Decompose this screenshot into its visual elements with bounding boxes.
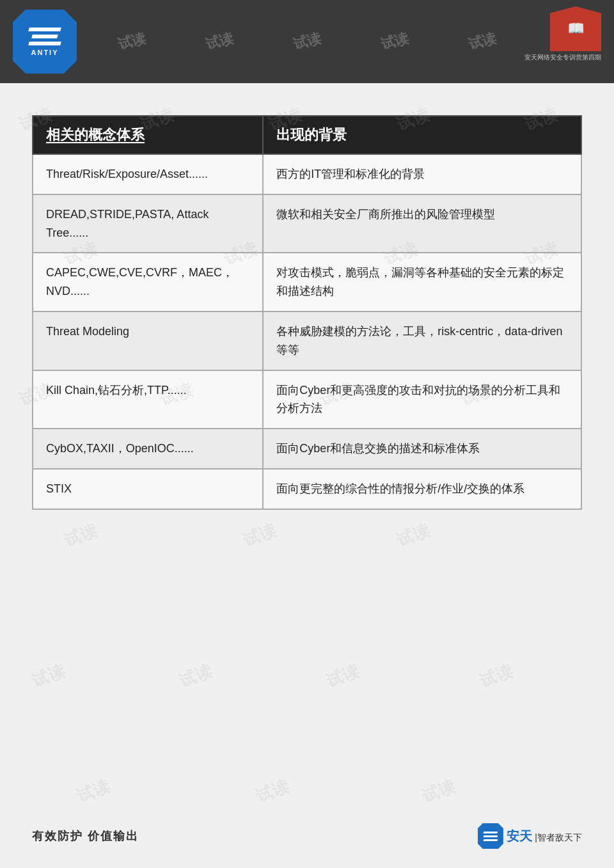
- footer-brand-sub: |智者敌天下: [535, 832, 582, 842]
- table-cell-right-4: 面向Cyber和更高强度的攻击和对抗的场景的分析工具和分析方法: [263, 370, 581, 429]
- table-cell-left-5: CybOX,TAXII，OpenIOC......: [33, 429, 263, 469]
- table-cell-left-0: Threat/Risk/Exposure/Asset......: [33, 154, 263, 194]
- page-wm-18: 试读: [177, 660, 216, 693]
- header-watermarks: 试读 试读 试读 试读 试读 试读 试读: [0, 0, 614, 83]
- watermark-2: 试读: [116, 29, 148, 54]
- page-wm-22: 试读: [253, 775, 292, 808]
- footer-brand-name: 安天: [507, 829, 532, 843]
- table-cell-left-2: CAPEC,CWE,CVE,CVRF，MAEC，NVD......: [33, 253, 263, 312]
- table-cell-right-6: 面向更完整的综合性的情报分析/作业/交换的体系: [263, 469, 581, 509]
- footer: 有效防护 价值输出 安天 |智者敌天下: [0, 823, 614, 849]
- table-row: CAPEC,CWE,CVE,CVRF，MAEC，NVD......对攻击模式，脆…: [33, 253, 581, 312]
- header-right: 安天网络安全专训营第四期: [524, 6, 601, 62]
- table-row: DREAD,STRIDE,PASTA, Attack Tree......微软和…: [33, 194, 581, 253]
- concept-table: 相关的概念体系 出现的背景 Threat/Risk/Exposure/Asset…: [32, 115, 582, 510]
- table-cell-right-5: 面向Cyber和信息交换的描述和标准体系: [263, 429, 581, 469]
- logo-line-1: [28, 28, 61, 31]
- page-wm-17: 试读: [29, 660, 68, 693]
- watermark-4: 试读: [291, 29, 323, 54]
- table-row: Threat Modeling各种威胁建模的方法论，工具，risk-centri…: [33, 312, 581, 370]
- page-wm-21: 试读: [74, 775, 113, 808]
- table-cell-left-4: Kill Chain,钻石分析,TTP......: [33, 370, 263, 429]
- table-cell-left-3: Threat Modeling: [33, 312, 263, 370]
- table-cell-right-2: 对攻击模式，脆弱点，漏洞等各种基础的安全元素的标定和描述结构: [263, 253, 581, 312]
- table-row: Threat/Risk/Exposure/Asset......西方的IT管理和…: [33, 154, 581, 194]
- table-cell-right-0: 西方的IT管理和标准化的背景: [263, 154, 581, 194]
- antiy-logo: ANTIY: [13, 10, 77, 74]
- book-logo: [550, 6, 601, 51]
- page-wm-23: 试读: [420, 775, 459, 808]
- footer-logo-lines: [484, 832, 498, 841]
- main-content: 相关的概念体系 出现的背景 Threat/Risk/Exposure/Asset…: [0, 83, 614, 529]
- watermark-3: 试读: [203, 29, 235, 54]
- logo-line-2: [31, 35, 58, 38]
- logo-line-3: [28, 42, 61, 45]
- table-cell-left-1: DREAD,STRIDE,PASTA, Attack Tree......: [33, 194, 263, 253]
- table-row: Kill Chain,钻石分析,TTP......面向Cyber和更高强度的攻击…: [33, 370, 581, 429]
- footer-brand-group: 安天 |智者敌天下: [507, 828, 582, 845]
- antiy-text: ANTIY: [31, 49, 59, 56]
- watermark-6: 试读: [466, 29, 498, 54]
- col1-header: 相关的概念体系: [33, 116, 263, 154]
- header-subtitle: 安天网络安全专训营第四期: [524, 53, 601, 62]
- footer-right-brand: 安天 |智者敌天下: [478, 823, 582, 849]
- footer-slogan: 有效防护 价值输出: [32, 828, 139, 844]
- footer-antiy-logo: [478, 823, 503, 849]
- header: 试读 试读 试读 试读 试读 试读 试读 ANTIY 安天网络安全专训营第四期: [0, 0, 614, 83]
- table-row: CybOX,TAXII，OpenIOC......面向Cyber和信息交换的描述…: [33, 429, 581, 469]
- col2-header: 出现的背景: [263, 116, 581, 154]
- table-row: STIX面向更完整的综合性的情报分析/作业/交换的体系: [33, 469, 581, 509]
- table-cell-left-6: STIX: [33, 469, 263, 509]
- footer-logo-line-1: [484, 832, 498, 833]
- table-cell-right-3: 各种威胁建模的方法论，工具，risk-centric，data-driven等等: [263, 312, 581, 370]
- footer-logo-line-2: [484, 835, 498, 837]
- watermark-5: 试读: [379, 29, 411, 54]
- page-wm-20: 试读: [477, 660, 516, 693]
- footer-logo-line-3: [484, 839, 498, 841]
- table-cell-right-1: 微软和相关安全厂商所推出的风险管理模型: [263, 194, 581, 253]
- page-wm-19: 试读: [324, 660, 363, 693]
- logo-lines: [29, 28, 61, 45]
